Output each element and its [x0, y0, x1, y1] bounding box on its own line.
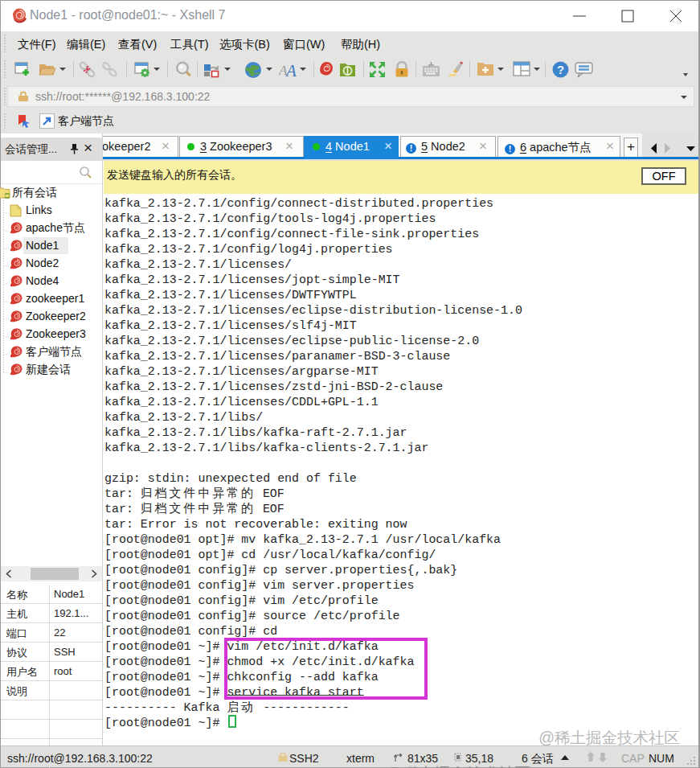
svg-text:A: A [285, 61, 297, 78]
svg-text:?: ? [557, 63, 564, 76]
